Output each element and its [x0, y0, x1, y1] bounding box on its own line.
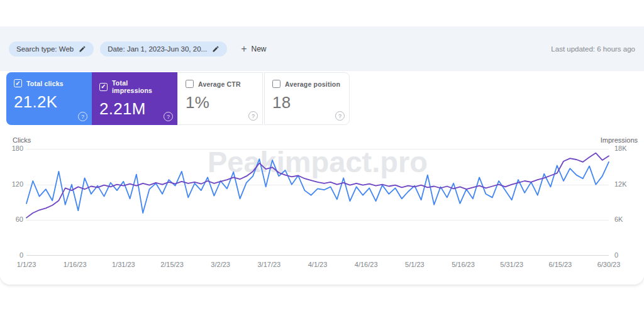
edit-icon[interactable] [212, 45, 219, 53]
chart-lines [26, 149, 609, 256]
total-clicks-value: 21.2K [14, 92, 84, 112]
date-range-chip[interactable]: Date: Jan 1, 2023-Jun 30, 20... [100, 41, 227, 57]
chart-plot-area[interactable]: Peakimpact.pro [26, 149, 609, 256]
total-impressions-label: Total impressions [112, 79, 170, 94]
total-impressions-value: 2.21M [99, 99, 170, 119]
plus-icon: + [241, 44, 247, 54]
average-position-value: 18 [272, 93, 341, 112]
help-icon[interactable]: ? [78, 112, 87, 121]
total-clicks-label: Total clicks [26, 80, 64, 87]
performance-chart: Clicks Impressions 060120180 Peakimpact.… [8, 136, 640, 281]
average-ctr-checkbox[interactable] [186, 80, 194, 88]
help-icon[interactable]: ? [248, 111, 258, 121]
average-position-label: Average position [285, 80, 340, 88]
total-impressions-card[interactable]: ✓ Total impressions 2.21M ? [92, 72, 177, 125]
help-icon[interactable]: ? [335, 111, 345, 121]
total-impressions-checkbox[interactable]: ✓ [99, 83, 108, 91]
filter-bar: Search type: Web Date: Jan 1, 2023-Jun 3… [0, 26, 644, 71]
x-axis-ticks: 1/1/231/16/231/31/232/15/233/2/233/17/23… [26, 261, 609, 271]
search-type-chip-label: Search type: Web [16, 45, 74, 53]
average-ctr-value: 1% [186, 93, 255, 112]
new-filter-button[interactable]: + New [237, 41, 270, 57]
new-filter-label: New [251, 45, 266, 53]
edit-icon[interactable] [79, 45, 86, 53]
search-type-chip[interactable]: Search type: Web [9, 41, 94, 57]
right-axis-ticks: 06K12K18K [609, 149, 640, 256]
average-ctr-card[interactable]: Average CTR 1% ? [177, 72, 263, 125]
average-position-checkbox[interactable] [272, 80, 280, 88]
average-ctr-label: Average CTR [198, 80, 241, 88]
date-range-chip-label: Date: Jan 1, 2023-Jun 30, 20... [108, 45, 207, 53]
left-axis-title: Clicks [13, 136, 31, 144]
report-panel: ✓ Total clicks 21.2K ? ✓ Total impressio… [0, 71, 644, 285]
performance-page: Search type: Web Date: Jan 1, 2023-Jun 3… [0, 0, 644, 316]
total-clicks-card[interactable]: ✓ Total clicks 21.2K ? [6, 72, 92, 125]
metric-cards: ✓ Total clicks 21.2K ? ✓ Total impressio… [6, 72, 350, 125]
right-axis-title: Impressions [601, 136, 638, 144]
total-clicks-checkbox[interactable]: ✓ [14, 79, 22, 87]
left-axis-ticks: 060120180 [8, 149, 26, 256]
average-position-card[interactable]: Average position 18 ? [264, 72, 350, 125]
help-icon[interactable]: ? [164, 112, 173, 121]
last-updated-text: Last updated: 6 hours ago [551, 45, 635, 53]
